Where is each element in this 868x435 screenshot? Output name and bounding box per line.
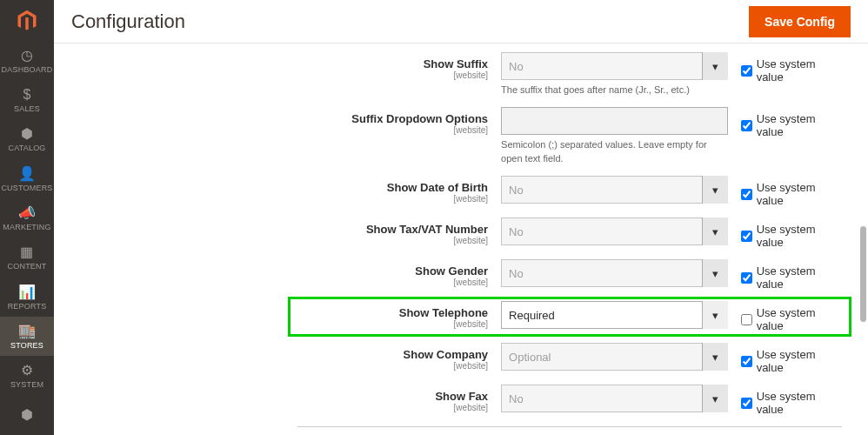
use-system-checkbox[interactable] — [741, 65, 752, 77]
use-system-checkbox[interactable] — [741, 356, 752, 367]
sidebar-item-marketing[interactable]: 📣MARKETING — [0, 198, 54, 238]
field-label: Suffix Dropdown Options[website] — [297, 107, 501, 135]
field-scope: [website] — [297, 194, 488, 204]
use-system-label: Use system value — [757, 264, 842, 291]
use-system-label: Use system value — [757, 348, 842, 374]
dob-select: No — [501, 176, 728, 204]
field-scope: [website] — [297, 403, 488, 412]
field-label: Show Company[website] — [297, 343, 501, 371]
field-label-text: Show Fax — [435, 390, 488, 403]
sidebar-item-customers[interactable]: 👤CUSTOMERS — [0, 159, 54, 198]
fax-select: No — [501, 385, 728, 412]
section-login-options[interactable]: Login Options ⌄ — [297, 426, 842, 435]
field-label-text: Suffix Dropdown Options — [351, 112, 488, 125]
sidebar-item-extensions[interactable]: ⬢ — [0, 396, 54, 435]
sidebar-item-content[interactable]: ▦CONTENT — [0, 238, 54, 278]
field-help-text: Semicolon (;) separated values. Leave em… — [501, 138, 728, 165]
field-label: Show Suffix[website] — [297, 52, 501, 80]
sales-icon: $ — [23, 87, 30, 103]
telephone-select[interactable]: Required — [501, 301, 728, 329]
use-system-label: Use system value — [757, 306, 842, 332]
field-control: No▾ — [501, 218, 728, 245]
reports-icon: 📊 — [18, 284, 36, 300]
use-system-checkbox[interactable] — [741, 231, 752, 242]
customers-icon: 👤 — [18, 166, 36, 182]
admin-sidebar: ◷DASHBOARD $SALES ⬢CATALOG 👤CUSTOMERS 📣M… — [0, 0, 54, 435]
use-system-value[interactable]: Use system value — [741, 301, 842, 332]
field-control: Semicolon (;) separated values. Leave em… — [501, 107, 728, 165]
extensions-icon: ⬢ — [21, 407, 33, 423]
field-control: No▾ — [501, 385, 728, 412]
use-system-checkbox[interactable] — [741, 398, 752, 409]
field-row-taxvat: Show Tax/VAT Number[website]No▾Use syste… — [297, 218, 842, 249]
field-row-suffix_opts: Suffix Dropdown Options[website]Semicolo… — [297, 107, 842, 165]
use-system-value[interactable]: Use system value — [741, 259, 842, 291]
field-label-text: Show Company — [404, 348, 489, 361]
field-label: Show Gender[website] — [297, 259, 501, 287]
gender-select: No — [501, 259, 728, 287]
field-help-text: The suffix that goes after name (Jr., Sr… — [501, 84, 728, 97]
field-row-telephone: Show Telephone[website]Required▾Use syst… — [292, 301, 847, 332]
use-system-label: Use system value — [757, 57, 842, 84]
use-system-checkbox[interactable] — [741, 120, 752, 131]
field-row-dob: Show Date of Birth[website]No▾Use system… — [297, 176, 842, 207]
config-form: Show Suffix[website]No▾The suffix that g… — [54, 44, 868, 435]
field-row-company: Show Company[website]Optional▾Use system… — [297, 343, 842, 374]
catalog-icon: ⬢ — [21, 126, 33, 142]
field-row-fax: Show Fax[website]No▾Use system value — [297, 385, 842, 416]
use-system-checkbox[interactable] — [741, 272, 752, 284]
sidebar-item-label: CUSTOMERS — [1, 184, 52, 192]
main-area: Configuration Save Config Show Suffix[we… — [54, 0, 868, 435]
sidebar-item-stores[interactable]: 🏬STORES — [0, 317, 54, 356]
sidebar-item-label: REPORTS — [8, 302, 47, 311]
page-header: Configuration Save Config — [54, 0, 868, 44]
taxvat-select: No — [501, 218, 728, 245]
sidebar-item-reports[interactable]: 📊REPORTS — [0, 278, 54, 317]
scrollbar-thumb[interactable] — [860, 226, 866, 322]
field-row-suffix: Show Suffix[website]No▾The suffix that g… — [297, 52, 842, 97]
content-icon: ▦ — [20, 244, 33, 260]
field-label: Show Date of Birth[website] — [297, 176, 501, 204]
use-system-value[interactable]: Use system value — [741, 107, 842, 138]
use-system-checkbox[interactable] — [741, 189, 752, 200]
suffix_opts-input — [501, 107, 728, 135]
field-label-text: Show Telephone — [399, 306, 488, 319]
field-label-text: Show Suffix — [424, 57, 488, 70]
field-label-text: Show Tax/VAT Number — [366, 223, 488, 236]
field-control: No▾ — [501, 176, 728, 204]
stores-icon: 🏬 — [18, 324, 36, 339]
field-label: Show Tax/VAT Number[website] — [297, 218, 501, 245]
field-label: Show Fax[website] — [297, 385, 501, 412]
use-system-value[interactable]: Use system value — [741, 52, 842, 84]
dashboard-icon: ◷ — [21, 48, 33, 64]
sidebar-item-label: STORES — [10, 341, 43, 350]
field-scope: [website] — [297, 125, 488, 135]
magento-logo[interactable] — [0, 0, 54, 41]
sidebar-item-catalog[interactable]: ⬢CATALOG — [0, 120, 54, 159]
use-system-label: Use system value — [757, 390, 842, 416]
scrollbar[interactable] — [860, 44, 866, 426]
sidebar-item-label: SALES — [14, 104, 40, 113]
use-system-label: Use system value — [757, 112, 842, 138]
save-config-button[interactable]: Save Config — [749, 6, 851, 37]
page-title: Configuration — [71, 10, 749, 33]
sidebar-item-system[interactable]: ⚙SYSTEM — [0, 356, 54, 395]
use-system-value[interactable]: Use system value — [741, 343, 842, 374]
field-scope: [website] — [297, 319, 488, 329]
field-label: Show Telephone[website] — [297, 301, 501, 329]
field-label-text: Show Date of Birth — [387, 181, 488, 194]
sidebar-item-dashboard[interactable]: ◷DASHBOARD — [0, 41, 54, 80]
sidebar-item-label: CONTENT — [8, 262, 47, 271]
sidebar-item-sales[interactable]: $SALES — [0, 80, 54, 119]
field-control: No▾The suffix that goes after name (Jr.,… — [501, 52, 728, 97]
use-system-value[interactable]: Use system value — [741, 385, 842, 416]
use-system-value[interactable]: Use system value — [741, 176, 842, 207]
field-scope: [website] — [297, 70, 488, 80]
field-control: Optional▾ — [501, 343, 728, 371]
use-system-checkbox[interactable] — [741, 314, 752, 325]
use-system-value[interactable]: Use system value — [741, 218, 842, 249]
sidebar-item-label: SYSTEM — [10, 380, 43, 389]
suffix-select: No — [501, 52, 728, 80]
field-control: Required▾ — [501, 301, 728, 329]
field-label-text: Show Gender — [415, 264, 488, 278]
